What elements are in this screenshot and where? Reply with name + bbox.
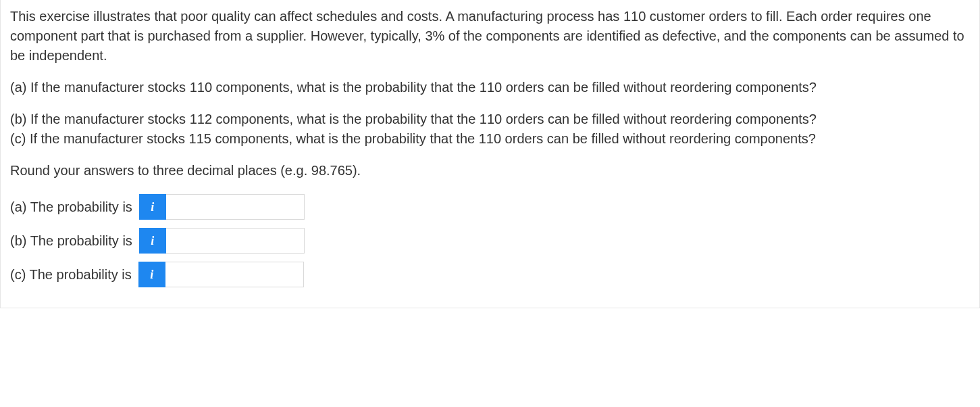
answer-row-a: (a) The probability is i <box>10 194 970 220</box>
info-icon-glyph: i <box>150 266 153 283</box>
intro-paragraph: This exercise illustrates that poor qual… <box>10 7 970 66</box>
info-icon[interactable]: i <box>139 228 166 254</box>
answer-b-label: (b) The probability is <box>10 231 139 251</box>
rounding-instruction: Round your answers to three decimal plac… <box>10 161 970 181</box>
info-icon[interactable]: i <box>138 262 165 287</box>
answer-c-label: (c) The probability is <box>10 265 138 285</box>
answer-c-input[interactable] <box>165 262 304 287</box>
answers-section: (a) The probability is i (b) The probabi… <box>10 194 970 287</box>
question-b: (b) If the manufacturer stocks 112 compo… <box>10 110 970 129</box>
info-icon-glyph: i <box>151 232 154 249</box>
answer-row-c: (c) The probability is i <box>10 262 970 287</box>
question-a: (a) If the manufacturer stocks 110 compo… <box>10 78 970 97</box>
answer-a-input[interactable] <box>166 194 305 220</box>
question-container: This exercise illustrates that poor qual… <box>0 0 980 308</box>
answer-row-b: (b) The probability is i <box>10 228 970 254</box>
info-icon-glyph: i <box>151 198 154 216</box>
answer-b-input[interactable] <box>166 228 305 254</box>
info-icon[interactable]: i <box>139 194 166 220</box>
answer-a-label: (a) The probability is <box>10 197 139 217</box>
question-c: (c) If the manufacturer stocks 115 compo… <box>10 129 970 149</box>
